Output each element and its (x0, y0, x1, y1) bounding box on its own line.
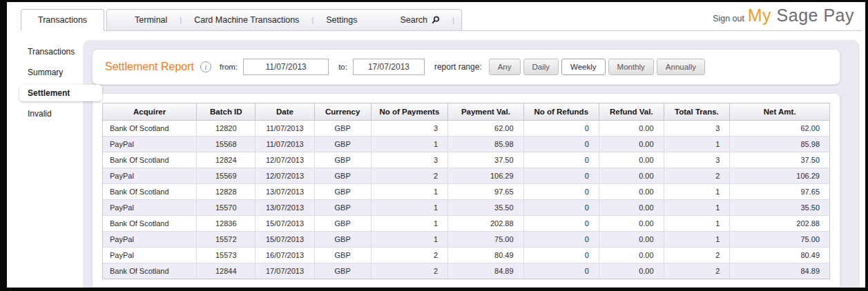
tab-card-machine-transactions[interactable]: Card Machine Transactions (182, 10, 311, 30)
tab-strip: Terminal|Card Machine Transactions|Setti… (106, 9, 462, 30)
cell-date: 12/07/2013 (255, 152, 314, 168)
cell-no-of-refunds: 0 (523, 168, 599, 184)
cell-acquirer: Bank Of Scotland (103, 216, 197, 232)
cell-batch-id: 15573 (197, 248, 255, 263)
cell-no-of-refunds: 0 (523, 200, 599, 216)
column-header-no-of-payments: No of Payments (371, 103, 448, 121)
cell-refund-val-: 0.00 (599, 168, 664, 184)
cell-refund-val-: 0.00 (599, 184, 664, 200)
range-button-any[interactable]: Any (489, 59, 521, 75)
column-header-currency: Currency (314, 103, 371, 121)
sidebar-item-invalid[interactable]: Invalid (19, 106, 109, 122)
table-row[interactable]: PayPal1556912/07/2013GBP2106.2900.002106… (103, 168, 829, 184)
cell-currency: GBP (314, 200, 371, 216)
table-row[interactable]: PayPal1557215/07/2013GBP175.0000.00175.0… (103, 232, 829, 248)
sidebar-item-settlement[interactable]: Settlement (19, 85, 102, 101)
tab-transactions[interactable]: Transactions (21, 9, 104, 31)
table-row[interactable]: PayPal1557013/07/2013GBP135.5000.00135.5… (103, 200, 829, 216)
cell-net-amt-: 106.29 (730, 168, 829, 184)
from-label: from: (220, 63, 238, 71)
cell-no-of-payments: 1 (371, 232, 448, 248)
tab-separator: | (452, 10, 454, 30)
sidebar-item-transactions[interactable]: Transactions (19, 43, 109, 60)
cell-date: 11/07/2013 (255, 121, 314, 137)
settlement-table-wrap: AcquirerBatch IDDateCurrencyNo of Paymen… (102, 103, 830, 279)
cell-payment-val-: 106.29 (448, 168, 523, 184)
column-header-batch-id: Batch ID (197, 103, 255, 121)
table-row[interactable]: Bank Of Scotland1283615/07/2013GBP1202.8… (103, 216, 829, 232)
cell-no-of-refunds: 0 (523, 137, 599, 152)
cell-date: 11/07/2013 (255, 137, 314, 152)
cell-no-of-payments: 2 (371, 248, 448, 263)
from-date-input[interactable] (243, 59, 329, 75)
table-row[interactable]: PayPal1556811/07/2013GBP185.9800.00185.9… (103, 137, 829, 152)
cell-refund-val-: 0.00 (599, 200, 664, 216)
cell-net-amt-: 62.00 (730, 121, 829, 137)
cell-net-amt-: 75.00 (730, 232, 829, 248)
cell-total-trans-: 1 (664, 216, 730, 232)
cell-net-amt-: 97.65 (730, 184, 829, 200)
range-button-annually[interactable]: Annually (657, 59, 705, 75)
to-date-input[interactable] (353, 59, 425, 75)
table-header-row: AcquirerBatch IDDateCurrencyNo of Paymen… (103, 103, 829, 121)
report-range-label: report range: (434, 62, 482, 72)
cell-net-amt-: 35.50 (730, 200, 829, 216)
cell-total-trans-: 2 (664, 263, 730, 279)
cell-payment-val-: 80.49 (448, 248, 523, 263)
cell-payment-val-: 84.89 (448, 263, 523, 279)
cell-batch-id: 12844 (197, 263, 255, 279)
cell-batch-id: 12824 (197, 152, 255, 168)
info-icon[interactable]: i (200, 61, 211, 72)
cell-total-trans-: 2 (664, 168, 730, 184)
cell-date: 15/07/2013 (255, 216, 314, 232)
cell-currency: GBP (314, 121, 371, 137)
cell-net-amt-: 84.89 (730, 263, 829, 279)
cell-batch-id: 15570 (197, 200, 255, 216)
cell-batch-id: 15572 (197, 232, 255, 248)
cell-total-trans-: 1 (664, 232, 730, 248)
table-row[interactable]: Bank Of Scotland1282813/07/2013GBP197.65… (103, 184, 829, 200)
cell-no-of-refunds: 0 (523, 216, 599, 232)
cell-acquirer: PayPal (103, 168, 197, 184)
to-label: to: (338, 63, 347, 71)
cell-payment-val-: 62.00 (448, 121, 523, 137)
table-row[interactable]: Bank Of Scotland1282011/07/2013GBP362.00… (103, 121, 829, 137)
cell-payment-val-: 85.98 (448, 137, 523, 152)
page-title: Settlement Report (105, 61, 194, 73)
cell-no-of-payments: 2 (371, 263, 448, 279)
cell-acquirer: Bank Of Scotland (103, 152, 197, 168)
cell-date: 16/07/2013 (255, 248, 314, 263)
table-row[interactable]: PayPal1557316/07/2013GBP280.4900.00280.4… (103, 248, 829, 263)
cell-acquirer: PayPal (103, 137, 197, 152)
cell-acquirer: Bank Of Scotland (103, 121, 197, 137)
cell-total-trans-: 1 (664, 137, 730, 152)
cell-no-of-refunds: 0 (523, 263, 599, 279)
table-row[interactable]: Bank Of Scotland1284417/07/2013GBP284.89… (103, 263, 829, 279)
cell-net-amt-: 37.50 (730, 152, 829, 168)
cell-refund-val-: 0.00 (599, 232, 664, 248)
column-header-date: Date (255, 103, 314, 121)
cell-acquirer: PayPal (103, 248, 197, 263)
cell-currency: GBP (314, 184, 371, 200)
range-button-weekly[interactable]: Weekly (561, 59, 606, 75)
cell-batch-id: 12820 (197, 121, 255, 137)
report-range-group: AnyDailyWeeklyMonthlyAnnually (489, 59, 705, 75)
content-panel: Settlement Report i from: to: report ran… (83, 40, 860, 288)
sidebar-item-summary[interactable]: Summary (19, 64, 109, 81)
range-button-daily[interactable]: Daily (523, 59, 559, 75)
column-header-payment-val-: Payment Val. (448, 103, 523, 121)
sign-out-link[interactable]: Sign out (713, 14, 744, 23)
cell-date: 17/07/2013 (255, 263, 314, 279)
logo-sage-pay: Sage Pay (777, 6, 854, 25)
table-row[interactable]: Bank Of Scotland1282412/07/2013GBP337.50… (103, 152, 829, 168)
range-button-monthly[interactable]: Monthly (608, 59, 654, 75)
cell-refund-val-: 0.00 (599, 216, 664, 232)
cell-currency: GBP (314, 248, 371, 263)
tab-search[interactable]: Search (387, 10, 452, 30)
column-header-net-amt-: Net Amt. (730, 103, 829, 121)
tab-terminal[interactable]: Terminal (122, 10, 180, 30)
tab-settings[interactable]: Settings (314, 10, 369, 30)
cell-currency: GBP (314, 168, 371, 184)
cell-no-of-payments: 1 (371, 184, 448, 200)
cell-refund-val-: 0.00 (599, 152, 664, 168)
